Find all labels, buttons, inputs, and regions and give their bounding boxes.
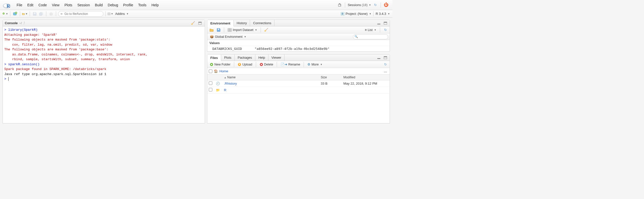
- menu-plots[interactable]: Plots: [62, 0, 75, 10]
- addins-dropdown[interactable]: Addins▼: [114, 12, 130, 16]
- chevron-down-icon: ▼: [369, 4, 371, 6]
- file-checkbox[interactable]: [209, 88, 212, 91]
- maximize-pane-icon[interactable]: [383, 20, 388, 26]
- rename-button[interactable]: 📄➔Rename: [279, 62, 301, 67]
- history-file-icon: 🕘: [216, 82, 220, 85]
- quit-session-icon[interactable]: ⏻: [383, 2, 389, 8]
- tab-files[interactable]: Files: [207, 55, 221, 61]
- upload-button[interactable]: Upload: [237, 62, 253, 67]
- tab-history[interactable]: History: [234, 20, 250, 26]
- col-name: ▲Name: [222, 75, 319, 80]
- env-variable-row[interactable]: DATABRICKS_GUID"a856ee92-a897-4f2b-a19a-…: [207, 46, 390, 51]
- console-tab[interactable]: Console: [5, 21, 18, 25]
- tab-viewer[interactable]: Viewer: [268, 54, 285, 61]
- menu-debug[interactable]: Debug: [105, 0, 120, 10]
- menu-profile[interactable]: Profile: [121, 0, 136, 10]
- files-breadcrumb: 🏠 Home …: [207, 68, 390, 75]
- env-var-name: DATABRICKS_GUID: [209, 47, 255, 51]
- file-row[interactable]: 📁R: [207, 87, 390, 93]
- rename-icon: 📄➔: [280, 62, 287, 66]
- new-project-icon[interactable]: [12, 11, 18, 17]
- file-checkbox[interactable]: [209, 81, 212, 85]
- package-env-icon: 📦: [210, 35, 214, 39]
- tab-plots[interactable]: Plots: [221, 54, 235, 61]
- files-table: ▲Name Size Modified 🕘.Rhistory33 BMay 22…: [207, 75, 390, 93]
- menu-session[interactable]: Session: [75, 0, 92, 10]
- save-icon[interactable]: [32, 11, 37, 17]
- svg-rect-15: [377, 24, 380, 24]
- home-icon[interactable]: 🏠: [214, 69, 218, 73]
- goto-file-function-input[interactable]: [58, 11, 103, 17]
- refresh-sessions-icon[interactable]: ↻: [373, 2, 378, 8]
- r-version-selector[interactable]: R 3.4.3 ▼: [376, 12, 390, 16]
- minimize-pane-icon[interactable]: [376, 55, 382, 60]
- console-line: Attaching package: 'SparkR': [4, 32, 203, 38]
- files-tabbar: FilesPlotsPackagesHelpViewer: [207, 54, 390, 61]
- refresh-env-icon[interactable]: ↻: [383, 27, 388, 33]
- env-search-wrap: 🔍: [353, 34, 388, 39]
- new-file-icon[interactable]: ▼: [3, 11, 8, 17]
- leave-session-icon[interactable]: [337, 2, 342, 8]
- tab-help[interactable]: Help: [255, 54, 268, 61]
- col-modified: Modified: [342, 75, 390, 80]
- environment-pane: EnvironmentHistoryConnections Import Dat…: [207, 20, 390, 52]
- file-modified: [342, 87, 390, 93]
- save-all-icon[interactable]: [38, 11, 44, 17]
- env-values-section-header: Values: [207, 40, 390, 46]
- file-name[interactable]: R: [224, 88, 226, 92]
- maximize-pane-icon[interactable]: [383, 55, 388, 60]
- svg-text:R: R: [7, 3, 10, 9]
- menu-view[interactable]: View: [49, 0, 62, 10]
- gear-icon: ⚙: [307, 62, 310, 66]
- breadcrumb-home[interactable]: Home: [219, 69, 228, 73]
- console-pane: Console ~/ ⤴ 🧹 > library(SparkR)Attachin…: [3, 20, 205, 123]
- sessions-dropdown[interactable]: Sessions (18) ▼: [348, 3, 371, 7]
- save-workspace-icon[interactable]: [216, 27, 221, 33]
- console-line: The following objects are masked from 'p…: [4, 37, 203, 42]
- view-mode-dropdown[interactable]: ≡ List▼: [364, 28, 377, 32]
- pane-layout-icon[interactable]: ▼: [108, 11, 113, 17]
- new-folder-button[interactable]: New Folder: [209, 62, 231, 67]
- tab-connections[interactable]: Connections: [250, 20, 274, 26]
- svg-rect-26: [384, 56, 387, 57]
- sort-asc-icon[interactable]: ▲: [224, 76, 226, 79]
- menu-build[interactable]: Build: [92, 0, 105, 10]
- clear-objects-icon[interactable]: 🧹: [263, 27, 269, 33]
- import-dataset-dropdown[interactable]: Import Dataset▼: [227, 28, 258, 32]
- open-file-icon[interactable]: ▼: [22, 11, 28, 17]
- console-line: as.data.frame, colnames, colnames<-, dro…: [4, 52, 203, 57]
- environment-scope-dropdown[interactable]: 📦 Global Environment▼: [209, 34, 247, 39]
- console-line: Spark package found in SPARK_HOME: /data…: [4, 67, 203, 72]
- menu-edit[interactable]: Edit: [25, 0, 36, 10]
- clear-console-icon[interactable]: 🧹: [190, 20, 196, 26]
- file-size: [319, 87, 342, 93]
- svg-rect-17: [384, 22, 387, 23]
- console-line: The following objects are masked from 'p…: [4, 47, 203, 52]
- more-path-icon[interactable]: …: [383, 69, 388, 74]
- menu-file[interactable]: File: [14, 0, 25, 10]
- file-row[interactable]: 🕘.Rhistory33 BMay 22, 2018, 9:12 PM: [207, 80, 390, 87]
- maximize-pane-icon[interactable]: [197, 20, 203, 26]
- print-icon[interactable]: [48, 11, 54, 17]
- select-all-checkbox[interactable]: [209, 70, 212, 73]
- menu-help[interactable]: Help: [149, 0, 161, 10]
- console-output[interactable]: > library(SparkR)Attaching package: 'Spa…: [3, 26, 205, 123]
- sessions-count: (18): [362, 3, 368, 7]
- menu-code[interactable]: Code: [36, 0, 49, 10]
- console-line: Java ref type org.apache.spark.sql.Spark…: [4, 72, 203, 77]
- menu-tools[interactable]: Tools: [136, 0, 149, 10]
- env-search-input[interactable]: [353, 34, 388, 39]
- refresh-files-icon[interactable]: ↻: [383, 62, 388, 67]
- rstudio-logo-icon: R: [2, 0, 12, 10]
- minimize-pane-icon[interactable]: [376, 20, 382, 26]
- delete-button[interactable]: Delete: [259, 62, 274, 67]
- popout-icon[interactable]: ⤴: [23, 21, 25, 25]
- project-selector[interactable]: R Project: (None) ▼: [341, 12, 371, 16]
- tab-environment[interactable]: Environment: [207, 20, 233, 26]
- tab-packages[interactable]: Packages: [235, 54, 255, 61]
- more-dropdown[interactable]: ⚙More▼: [306, 62, 323, 67]
- env-tabbar: EnvironmentHistoryConnections: [207, 20, 390, 26]
- goto-file-function-wrap: ➔: [58, 11, 103, 17]
- file-name[interactable]: .Rhistory: [224, 82, 237, 85]
- load-workspace-icon[interactable]: [209, 27, 214, 33]
